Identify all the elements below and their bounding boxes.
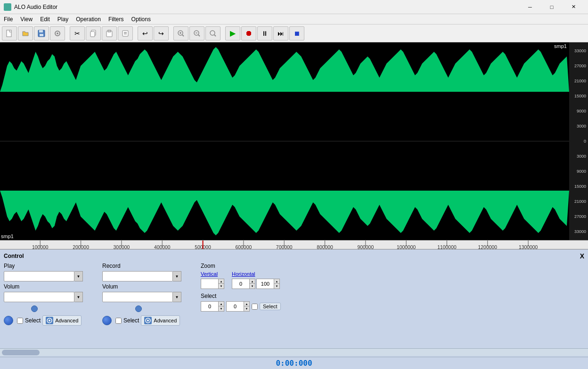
horizontal-zoom-input1[interactable]: [232, 279, 249, 289]
horizontal-zoom-down1[interactable]: ▼: [249, 284, 255, 289]
record-advanced-button[interactable]: Advanced: [141, 315, 180, 326]
play-volume-slider[interactable]: [4, 305, 65, 313]
select-checkbox[interactable]: [252, 304, 258, 310]
svg-line-18: [198, 35, 200, 36]
select-from-down[interactable]: ▼: [218, 306, 224, 311]
zoom-select-row: Select: [201, 293, 281, 299]
play-label: Play: [4, 263, 91, 269]
scrollbar-thumb[interactable]: [2, 350, 40, 355]
copy-button[interactable]: [86, 26, 101, 40]
svg-text:1100000: 1100000: [437, 245, 457, 249]
close-button[interactable]: ✕: [563, 0, 584, 14]
menu-play[interactable]: Play: [54, 15, 72, 24]
clipboard-button[interactable]: [118, 26, 133, 40]
vertical-zoom-label: Vertical: [201, 271, 224, 277]
play-advanced-button[interactable]: Advanced: [42, 315, 82, 326]
redo-button[interactable]: ↪: [154, 26, 169, 40]
save-button[interactable]: [34, 26, 49, 40]
record-volume-dropdown[interactable]: [102, 292, 173, 302]
horizontal-zoom-up1[interactable]: ▲: [249, 279, 255, 284]
record-adv-icon: [144, 317, 152, 324]
horizontal-scrollbar[interactable]: [0, 348, 588, 356]
select-to-up[interactable]: ▲: [244, 302, 249, 306]
record-dropdown-arrow[interactable]: ▼: [173, 271, 181, 281]
scale-33000-top: 33000: [569, 48, 588, 53]
play-select-checkbox[interactable]: [17, 318, 23, 324]
vertical-zoom-group: Vertical ▲ ▼: [201, 271, 224, 289]
record-section: Record ▼ Volum ▼ Select: [102, 263, 189, 326]
menu-file[interactable]: File: [0, 15, 16, 24]
time-display: 0:00:000: [276, 359, 312, 368]
paste-button[interactable]: [102, 26, 117, 40]
menu-edit[interactable]: Edit: [36, 15, 54, 24]
svg-text:600000: 600000: [236, 245, 252, 249]
vertical-zoom-input[interactable]: [201, 279, 218, 289]
settings-button[interactable]: [50, 26, 65, 40]
stop-button[interactable]: ⏹: [289, 26, 304, 40]
select-to-down[interactable]: ▼: [244, 306, 249, 311]
horizontal-zoom-down2[interactable]: ▼: [274, 284, 279, 289]
play-volume-dropdown-row: ▼: [4, 292, 91, 302]
app-icon: [4, 3, 11, 11]
menu-options[interactable]: Options: [128, 15, 155, 24]
controls-row: Play ▼ Volum ▼ Select: [4, 263, 584, 326]
horizontal-zoom-field2: ▲ ▼: [256, 279, 280, 289]
horizontal-zoom-input2[interactable]: [257, 279, 274, 289]
pause-button[interactable]: ⏸: [257, 26, 272, 40]
select-to-input[interactable]: [227, 302, 244, 311]
open-button[interactable]: [18, 26, 33, 40]
horizontal-zoom-arrows2: ▲ ▼: [274, 279, 279, 289]
minimize-button[interactable]: ─: [519, 0, 541, 14]
play-button[interactable]: ▶: [225, 26, 240, 40]
scale-15000-top: 15000: [569, 94, 588, 98]
record-button[interactable]: ⏺: [241, 26, 256, 40]
select-to-field: ▲ ▼: [226, 301, 250, 312]
zoom-in-button[interactable]: [173, 26, 188, 40]
play-volume-dropdown-arrow[interactable]: ▼: [74, 292, 83, 302]
scale-33000-bot: 33000: [569, 229, 588, 234]
play-slider-row: [4, 305, 91, 313]
record-select-label: Select: [123, 317, 139, 324]
vertical-zoom-down[interactable]: ▼: [218, 284, 224, 289]
record-volume-slider[interactable]: [102, 305, 163, 313]
record-volume-dropdown-arrow[interactable]: ▼: [173, 292, 181, 302]
control-label: Control: [4, 253, 24, 259]
play-dropdown-arrow[interactable]: ▼: [74, 271, 83, 281]
select-from-up[interactable]: ▲: [218, 302, 224, 306]
record-circle-button[interactable]: [102, 316, 112, 325]
select-from-input[interactable]: [201, 302, 218, 311]
menu-operation[interactable]: Operation: [72, 15, 105, 24]
svg-line-14: [182, 35, 184, 36]
svg-text:300000: 300000: [114, 245, 130, 249]
new-button[interactable]: [2, 26, 17, 40]
vertical-zoom-up[interactable]: ▲: [218, 279, 224, 284]
control-close-button[interactable]: X: [580, 252, 584, 260]
menu-view[interactable]: View: [16, 15, 36, 24]
select-button[interactable]: Select: [260, 303, 281, 310]
select-from-field: ▲ ▼: [201, 301, 224, 312]
maximize-button[interactable]: □: [541, 0, 563, 14]
undo-button[interactable]: ↩: [138, 26, 153, 40]
cut-button[interactable]: ✂: [70, 26, 85, 40]
play-volume-dropdown[interactable]: [4, 292, 74, 302]
horizontal-zoom-up2[interactable]: ▲: [274, 279, 279, 284]
menubar: File View Edit Play Operation Filters Op…: [0, 14, 588, 24]
zoom-out-button[interactable]: [189, 26, 204, 40]
control-panel-title: Control X: [4, 252, 584, 260]
play-checkbox-row: Select Advanced: [4, 315, 91, 326]
play-circle-button[interactable]: [4, 316, 13, 325]
record-select-checkbox[interactable]: [115, 318, 122, 324]
svg-point-57: [147, 320, 149, 321]
svg-rect-9: [108, 30, 111, 32]
play-dropdown[interactable]: [4, 271, 74, 281]
svg-rect-3: [40, 34, 43, 36]
smp-label-bottom: smp1: [1, 233, 14, 239]
fast-forward-button[interactable]: ⏭: [273, 26, 288, 40]
menu-filters[interactable]: Filters: [105, 15, 128, 24]
record-dropdown[interactable]: [102, 271, 173, 281]
zoom-fit-button[interactable]: [205, 26, 220, 40]
zoom-section: Zoom Vertical ▲ ▼: [201, 263, 281, 312]
scale-0: 0: [569, 139, 588, 144]
titlebar: ALO Audio Editor ─ □ ✕: [0, 0, 588, 14]
select-to-arrows: ▲ ▼: [244, 302, 249, 311]
